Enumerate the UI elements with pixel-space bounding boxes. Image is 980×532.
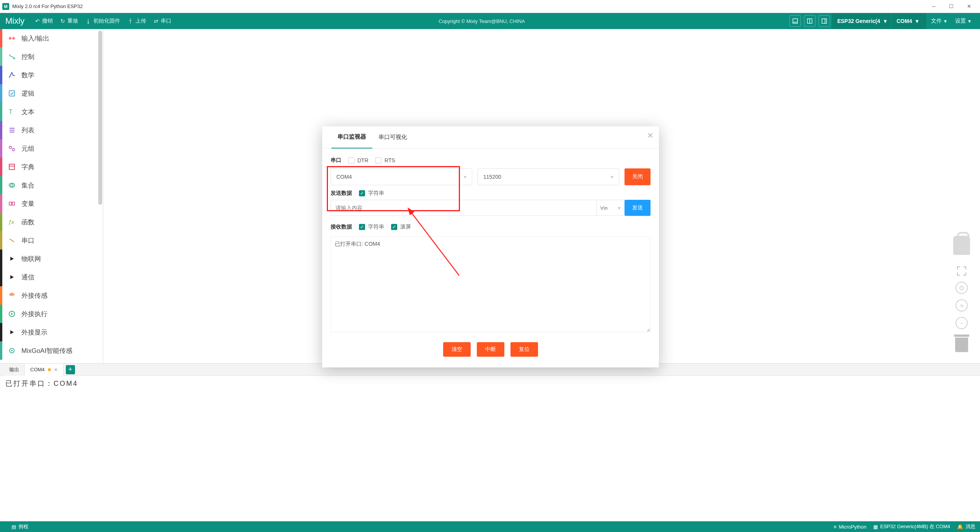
- rts-checkbox[interactable]: RTS: [375, 157, 395, 163]
- category-icon: [8, 346, 16, 355]
- category-dict[interactable]: 字典: [0, 158, 103, 176]
- window-maximize-button[interactable]: ☐: [942, 0, 960, 13]
- window-close-button[interactable]: ✕: [960, 0, 978, 13]
- dialog-tab-monitor-label: 串口监视器: [338, 133, 366, 140]
- category-label: 文本: [21, 108, 34, 116]
- center-target-button[interactable]: ⊙: [956, 282, 968, 294]
- category-logic[interactable]: 逻辑: [0, 84, 103, 103]
- chip-icon: ▦: [873, 524, 878, 530]
- dialog-close-button[interactable]: ✕: [647, 131, 654, 140]
- upload-button[interactable]: ⭱ 上传: [124, 13, 150, 29]
- category-tri[interactable]: 物联网: [0, 250, 103, 268]
- category-exec[interactable]: 外接执行: [0, 305, 103, 323]
- status-example-label: 例程: [18, 523, 28, 530]
- scroll-label: 滚屏: [400, 224, 411, 230]
- file-menu[interactable]: 文件 ▾: [927, 18, 951, 24]
- zoom-in-button[interactable]: ＋: [956, 299, 968, 312]
- eol-value: \r\n: [600, 205, 608, 211]
- dialog-tab-monitor[interactable]: 串口监视器: [331, 126, 372, 149]
- chevron-down-icon: ▾: [916, 18, 918, 24]
- category-icon: [8, 236, 16, 245]
- category-icon: [8, 291, 16, 300]
- category-label: 集合: [21, 181, 34, 190]
- layout-icon-3[interactable]: [819, 15, 830, 27]
- layout-icon-1[interactable]: [789, 15, 801, 27]
- category-io[interactable]: 输入/输出: [0, 29, 103, 47]
- eol-select[interactable]: \r\n ▾: [596, 200, 625, 216]
- tab-port[interactable]: COM4 ✕: [25, 364, 64, 376]
- trash-icon[interactable]: [954, 335, 969, 352]
- status-messages-label: 消息: [965, 523, 975, 530]
- status-lang: ≡ MicroPython: [833, 524, 866, 530]
- status-messages[interactable]: 🔔 消息: [957, 523, 975, 530]
- serial-button[interactable]: ⇄ 串口: [150, 13, 175, 29]
- zoom-out-button[interactable]: －: [956, 317, 968, 329]
- interrupt-button[interactable]: 中断: [477, 342, 504, 357]
- baud-dropdown-value: 115200: [483, 174, 501, 180]
- category-tri[interactable]: 外接显示: [0, 323, 103, 341]
- category-label: 输入/输出: [21, 34, 49, 43]
- scroll-checkbox[interactable]: ✓ 滚屏: [391, 224, 411, 230]
- receive-textarea[interactable]: 已打开串口: COM4: [331, 237, 651, 332]
- close-port-label: 关闭: [632, 173, 643, 180]
- category-label: 元组: [21, 144, 34, 153]
- download-icon: ⭳: [86, 18, 91, 24]
- backpack-icon[interactable]: [953, 236, 970, 255]
- window-title: Mixly 2.0 rc4 For Python ESP32: [12, 3, 83, 9]
- close-port-button[interactable]: 关闭: [625, 168, 651, 185]
- add-tab-button[interactable]: +: [66, 365, 75, 374]
- clear-label: 清空: [452, 346, 462, 352]
- category-func[interactable]: ƒx函数: [0, 213, 103, 231]
- dialog-tab-visual[interactable]: 串口可视化: [372, 126, 413, 149]
- category-list[interactable]: 列表: [0, 121, 103, 139]
- undo-icon: ↶: [35, 18, 40, 24]
- category-icon: [8, 89, 16, 98]
- plug-icon: ⇄: [154, 18, 158, 24]
- tab-output-label: 输出: [9, 366, 19, 373]
- chevron-down-icon: ▾: [884, 18, 887, 24]
- svg-point-12: [12, 149, 15, 151]
- status-example[interactable]: ▤ 例程: [11, 523, 28, 530]
- undo-label: 撤销: [42, 18, 53, 24]
- fullscreen-icon[interactable]: [956, 266, 967, 276]
- svg-point-23: [11, 350, 13, 351]
- doc-icon: ▤: [11, 524, 16, 530]
- redo-icon: ↻: [60, 18, 65, 24]
- settings-menu[interactable]: 设置 ▾: [951, 18, 975, 24]
- dialog-tab-visual-label: 串口可视化: [378, 134, 407, 141]
- layout-icon-2[interactable]: [804, 15, 815, 27]
- category-set[interactable]: 集合: [0, 176, 103, 194]
- svg-point-20: [11, 295, 13, 296]
- tab-output[interactable]: 输出: [4, 364, 25, 376]
- category-tuple[interactable]: 元组: [0, 139, 103, 158]
- port-select[interactable]: COM4 ▾: [891, 13, 926, 29]
- category-sensor[interactable]: 外接传感: [0, 286, 103, 305]
- category-ctrl[interactable]: 控制: [0, 47, 103, 66]
- recv-string-checkbox[interactable]: ✓ 字符串: [359, 224, 384, 230]
- dtr-checkbox[interactable]: DTR: [348, 157, 369, 163]
- rts-label: RTS: [385, 157, 395, 163]
- init-firmware-button[interactable]: ⭳ 初始化固件: [82, 13, 124, 29]
- clear-button[interactable]: 清空: [443, 342, 471, 357]
- category-tri[interactable]: 通信: [0, 268, 103, 286]
- category-icon: [8, 181, 16, 189]
- port-select-value: COM4: [897, 18, 912, 24]
- category-label: 变量: [21, 199, 34, 208]
- undo-button[interactable]: ↶ 撤销: [31, 13, 57, 29]
- category-var[interactable]: 变量: [0, 194, 103, 213]
- dtr-label: DTR: [357, 157, 369, 163]
- board-select[interactable]: ESP32 Generic(4 ▾: [832, 13, 890, 29]
- window-minimize-button[interactable]: ─: [925, 0, 942, 13]
- reset-button[interactable]: 复位: [510, 342, 538, 357]
- svg-text:ƒx: ƒx: [8, 219, 15, 225]
- redo-button[interactable]: ↻ 重做: [57, 13, 82, 29]
- send-button[interactable]: 发送: [625, 200, 651, 216]
- category-ai[interactable]: MixGoAI智能传感: [0, 341, 103, 360]
- category-math[interactable]: 数学: [0, 66, 103, 84]
- tab-close-icon[interactable]: ✕: [54, 367, 58, 372]
- send-button-label: 发送: [632, 204, 643, 211]
- block-category-sidebar: 输入/输出控制数学逻辑T文本列表元组字典集合变量ƒx函数串口物联网通信外接传感外…: [0, 29, 103, 363]
- category-serial[interactable]: 串口: [0, 231, 103, 250]
- baud-dropdown[interactable]: 115200 ▾: [478, 168, 619, 185]
- category-text[interactable]: T文本: [0, 103, 103, 121]
